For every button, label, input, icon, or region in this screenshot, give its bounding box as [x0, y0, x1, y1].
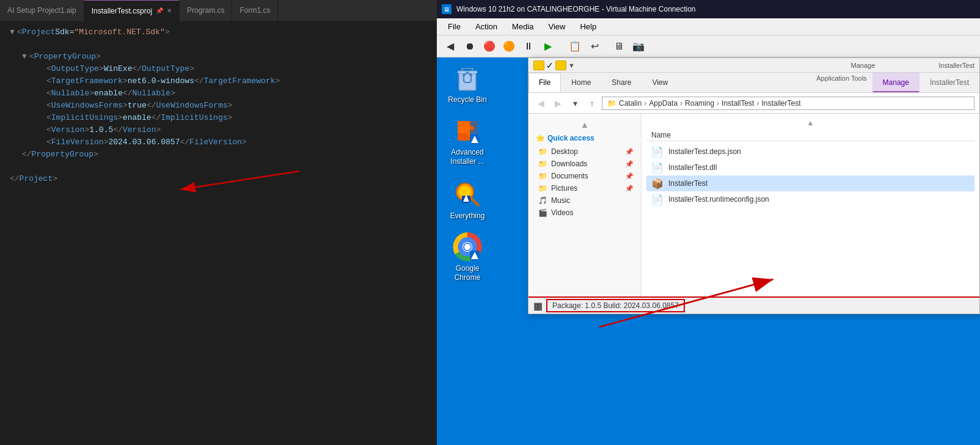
file-item-deps-json[interactable]: 📄 InstallerTest.deps.json: [646, 144, 975, 160]
toolbar-snapshot-btn[interactable]: 📷: [630, 39, 647, 54]
file-icon: 📦: [651, 177, 664, 189]
svg-line-13: [471, 198, 478, 205]
vm-menubar: File Action Media View Help: [437, 18, 980, 35]
vm-menu-help[interactable]: Help: [574, 20, 602, 33]
sidebar-item-label: Desktop: [551, 147, 578, 156]
fe-folder2-icon: [555, 61, 566, 70]
folder-icon: 📁: [538, 172, 547, 180]
tab-form1[interactable]: Form1.cs: [232, 0, 278, 21]
fe-ribbon-tabs: File Home Share View Application Tools M…: [528, 73, 979, 92]
pin-icon: 📌: [625, 160, 634, 168]
tab-program[interactable]: Program.cs: [180, 0, 232, 21]
fe-forward-btn[interactable]: ▶: [550, 96, 565, 111]
sidebar-item-desktop[interactable]: 📁 Desktop 📌: [528, 145, 641, 158]
toolbar-shutdown-btn[interactable]: 🔴: [481, 39, 498, 54]
fe-folder-icon: [533, 61, 544, 70]
music-icon: 🎵: [538, 196, 547, 205]
sidebar-item-music[interactable]: 🎵 Music: [528, 194, 641, 207]
fe-column-header: Name: [646, 130, 975, 141]
fe-ribbon: ✓ ▼ Manage InstallerTest File Home Share…: [528, 58, 979, 93]
fe-tab-installer-test[interactable]: InstallerTest: [920, 73, 979, 92]
video-icon: 🎬: [538, 208, 547, 217]
toolbar-back-btn[interactable]: ◀: [442, 39, 459, 54]
desktop-icon-everything[interactable]: Everything: [443, 180, 492, 221]
fe-content[interactable]: ▲ Name 📄 InstallerTest.deps.json 📄 Insta…: [642, 114, 979, 296]
desktop-icon-google-chrome[interactable]: Google Chrome: [443, 232, 492, 283]
fe-tab-manage[interactable]: Manage: [872, 73, 920, 92]
fe-dropdown-icon[interactable]: ▼: [568, 62, 575, 69]
editor-tabs: AI Setup Project1.aip InstallerTest.cspr…: [0, 0, 437, 21]
status-text: Package: 1.0.5 Build: 2024.03.06.0857: [546, 299, 685, 312]
fe-back-btn[interactable]: ◀: [533, 96, 548, 111]
code-line-13: </Project>: [0, 173, 437, 185]
toolbar-pause-btn[interactable]: 🟠: [500, 39, 517, 54]
sidebar-quick-access-header[interactable]: ⭐ Quick access: [528, 131, 641, 145]
pin-icon: 📌: [625, 185, 634, 193]
toolbar-stop-btn[interactable]: ⏺: [461, 39, 478, 54]
code-line-8: <ImplicitUsings> enable </ImplicitUsings…: [0, 112, 437, 124]
vm-menu-media[interactable]: Media: [506, 20, 539, 33]
file-item-exe[interactable]: 📦 InstallerTest: [646, 175, 975, 191]
file-explorer-window: ✓ ▼ Manage InstallerTest File Home Share…: [528, 57, 980, 314]
pin-icon: 📌: [625, 148, 634, 156]
fe-check-icon[interactable]: ✓: [546, 61, 554, 70]
vm-menu-file[interactable]: File: [442, 20, 467, 33]
path-sep1: ›: [644, 99, 646, 108]
tab-ai-setup[interactable]: AI Setup Project1.aip: [0, 0, 84, 21]
everything-label: Everything: [450, 211, 485, 221]
path-sep2: ›: [680, 99, 682, 108]
path-installertest: InstallerTest: [761, 99, 800, 108]
sidebar-item-videos[interactable]: 🎬 Videos: [528, 207, 641, 219]
tab-label: AI Setup Project1.aip: [7, 6, 76, 15]
fe-tab-application-tools[interactable]: Application Tools: [811, 73, 872, 83]
vm-panel: 🖥 Windows 10 21h2 on CATALINGHEORGHE - V…: [437, 0, 980, 445]
fe-tab-home[interactable]: Home: [561, 73, 601, 92]
pin-icon: 📌: [625, 172, 634, 180]
toolbar-screen-btn[interactable]: 🖥: [610, 39, 627, 54]
code-line-7: <UseWindowsForms> true </UseWindowsForms…: [0, 100, 437, 112]
fe-path[interactable]: 📁 Catalin › AppData › Roaming › InstallT…: [602, 97, 975, 110]
toolbar-pause2-btn[interactable]: ⏸: [520, 39, 537, 54]
toolbar-clipboard-btn[interactable]: 📋: [566, 39, 583, 54]
code-line-10: <FileVersion> 2024.03.06.0857 </FileVers…: [0, 136, 437, 149]
fe-ribbon-quickbar: ✓ ▼ Manage InstallerTest: [528, 58, 979, 73]
toolbar-resume-btn[interactable]: ▶: [539, 39, 557, 54]
status-layout-icon: ▦: [533, 300, 543, 312]
fe-tab-file[interactable]: File: [528, 73, 561, 92]
collapse-icon: ▼: [22, 51, 27, 63]
file-name: InstallerTest: [668, 179, 708, 188]
sidebar-item-downloads[interactable]: 📁 Downloads 📌: [528, 158, 641, 170]
code-line-4: <OutputType> WinExe </OutputType>: [0, 63, 437, 75]
sidebar-item-documents[interactable]: 📁 Documents 📌: [528, 170, 641, 182]
close-icon[interactable]: ✕: [167, 7, 172, 14]
file-name: InstallerTest.runtimeconfig.json: [668, 195, 769, 204]
desktop-icon-recycle-bin[interactable]: Recycle Bin: [443, 64, 492, 105]
folder-icon: 📁: [538, 160, 547, 168]
tab-label: Program.cs: [187, 6, 224, 15]
fe-tab-share[interactable]: Share: [601, 73, 642, 92]
sidebar-item-pictures[interactable]: 📁 Pictures 📌: [528, 182, 641, 194]
code-line-3: ▼ <PropertyGroup>: [0, 51, 437, 63]
tab-installer-test[interactable]: InstallerTest.csproj 📌 ✕: [84, 0, 180, 21]
fe-sidebar: ▲ ⭐ Quick access 📁 Desktop 📌 📁 Dow: [528, 114, 642, 296]
file-item-dll[interactable]: 📄 InstallerTest.dll: [646, 160, 975, 175]
collapse-icon: ▼: [10, 26, 15, 39]
editor-panel: AI Setup Project1.aip InstallerTest.cspr…: [0, 0, 437, 445]
sidebar-scroll-up: ▲: [528, 119, 641, 131]
toolbar-reset-btn[interactable]: ↩: [586, 39, 603, 54]
column-name: Name: [651, 131, 970, 139]
fe-up-btn[interactable]: ↑: [585, 96, 599, 111]
path-catalin: Catalin: [619, 99, 642, 108]
path-appdata: AppData: [649, 99, 678, 108]
vm-menu-view[interactable]: View: [543, 20, 572, 33]
file-item-runtimeconfig[interactable]: 📄 InstallerTest.runtimeconfig.json: [646, 191, 975, 207]
file-name: InstallerTest.deps.json: [668, 147, 741, 156]
vm-menu-action[interactable]: Action: [469, 20, 503, 33]
code-line-12: [0, 161, 437, 173]
fe-tab-view[interactable]: View: [642, 73, 678, 92]
tab-label: Form1.cs: [240, 6, 270, 15]
desktop-icon-advanced-installer[interactable]: Advanced Installer ...: [443, 116, 492, 167]
code-editor[interactable]: ▼ <Project Sdk="Microsoft.NET.Sdk"> ▼ <P…: [0, 21, 437, 445]
fe-dropdown-nav-btn[interactable]: ▾: [568, 96, 582, 111]
advanced-installer-label: Advanced Installer ...: [443, 148, 492, 167]
